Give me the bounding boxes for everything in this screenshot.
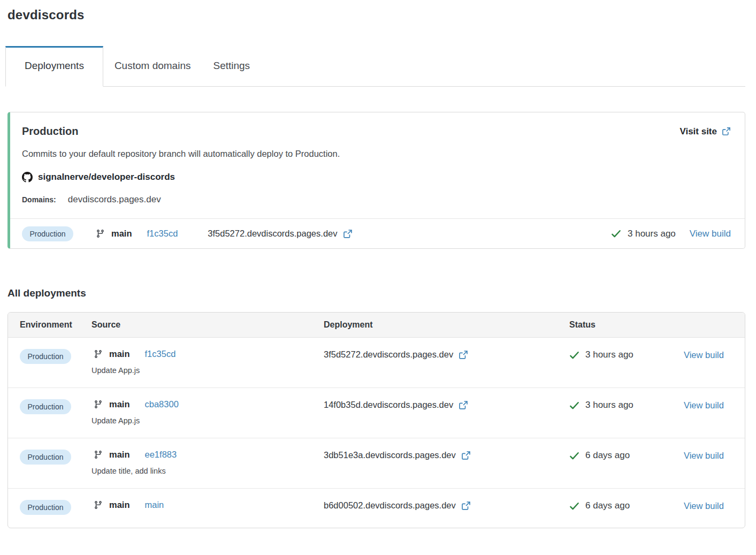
check-success-icon [569,501,579,511]
view-build-link[interactable]: View build [690,229,731,239]
check-success-icon [569,350,579,360]
git-branch-icon [94,500,103,510]
visit-site-label: Visit site [679,126,717,137]
production-description: Commits to your default repository branc… [22,149,731,159]
check-success-icon [569,451,579,461]
visit-site-link[interactable]: Visit site [679,126,731,137]
domains-label: Domains: [22,195,56,204]
deployment-url: 14f0b35d.devdiscords.pages.dev [324,400,453,410]
table-row: Production main ee1f883 Update title, ad… [8,438,745,489]
commit-message: Update title, add links [91,467,166,475]
view-build-link[interactable]: View build [684,451,724,461]
commit-link[interactable]: ee1f883 [145,450,177,460]
all-deployments-title: All deployments [7,287,745,299]
branch-name: main [109,450,130,460]
deployments-table-body: Production main f1c35cd Update App.js 3f… [8,338,745,528]
github-icon [22,172,33,183]
external-link-icon[interactable] [461,451,471,460]
table-row: Production main f1c35cd Update App.js 3f… [8,338,745,388]
page-title: devdiscords [7,7,745,22]
tab-bar: Deployments Custom domains Settings [5,46,745,87]
status-time: 3 hours ago [585,349,633,360]
column-header-deployment: Deployment [324,320,569,330]
branch-name: main [109,399,130,409]
git-branch-icon [96,229,105,238]
column-header-environment: Environment [20,320,91,330]
commit-message: Update App.js [91,366,140,375]
table-row: Production main main b6d00502.devdiscord… [8,489,745,528]
column-header-source: Source [91,320,324,330]
commit-message: Update App.js [91,416,140,425]
environment-badge: Production [20,349,71,364]
view-build-link[interactable]: View build [684,350,724,360]
commit-link[interactable]: main [145,500,164,510]
view-build-link[interactable]: View build [684,400,724,410]
commit-link[interactable]: f1c35cd [145,349,176,359]
deployments-table-header: Environment Source Deployment Status [8,313,745,338]
branch-name: main [109,349,130,359]
domains-value: devdiscords.pages.dev [68,194,161,205]
external-link-icon[interactable] [459,400,468,410]
external-link-icon[interactable] [459,350,468,360]
tab-custom-domains[interactable]: Custom domains [103,46,202,86]
environment-badge: Production [20,500,71,515]
tab-deployments[interactable]: Deployments [5,46,103,87]
production-card: Production Visit site Commits to your de… [7,112,745,249]
deployments-table: Environment Source Deployment Status Pro… [7,312,745,528]
branch-name: main [111,229,132,239]
repo-name[interactable]: signalnerve/developer-discords [38,172,175,183]
external-link-icon[interactable] [343,229,353,239]
git-branch-icon [94,349,103,359]
table-row: Production main cba8300 Update App.js 14… [8,388,745,438]
production-card-title: Production [22,125,79,138]
column-header-status: Status [569,320,684,330]
external-link-icon [722,127,731,136]
deployment-url: 3db51e3a.devdiscords.pages.dev [324,450,456,460]
status-time: 6 days ago [585,500,630,511]
production-deployment-row: Production main f1c35cd 3f5d5272.devdisc… [10,218,745,248]
git-branch-icon [94,400,103,409]
status-time: 3 hours ago [585,400,633,410]
deployment-url: b6d00502.devdiscords.pages.dev [324,500,456,511]
commit-link[interactable]: cba8300 [145,399,179,409]
environment-badge: Production [20,399,71,414]
tab-settings[interactable]: Settings [202,46,261,86]
check-success-icon [611,229,621,239]
environment-badge: Production [22,226,73,241]
check-success-icon [569,400,579,410]
deployment-url: 3f5d5272.devdiscords.pages.dev [324,349,453,360]
branch-name: main [109,500,130,510]
git-branch-icon [94,450,103,459]
deployment-url: 3f5d5272.devdiscords.pages.dev [208,229,337,239]
view-build-link[interactable]: View build [684,501,724,511]
external-link-icon[interactable] [461,501,471,511]
environment-badge: Production [20,450,71,465]
status-time: 3 hours ago [628,229,676,239]
status-time: 6 days ago [585,450,630,461]
commit-link[interactable]: f1c35cd [147,229,178,239]
